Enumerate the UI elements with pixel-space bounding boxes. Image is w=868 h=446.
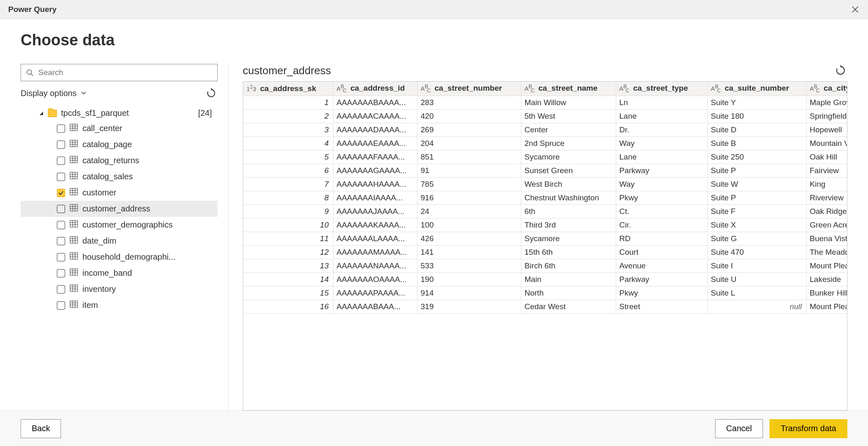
table-cell: 15 bbox=[243, 286, 333, 300]
checkbox[interactable] bbox=[57, 141, 65, 149]
checkbox[interactable] bbox=[57, 205, 65, 213]
checkbox[interactable] bbox=[57, 253, 65, 261]
table-row[interactable]: 5AAAAAAAFAAAA...851Sycamore LaneSuite 25… bbox=[243, 150, 847, 164]
refresh-preview-button[interactable] bbox=[834, 64, 847, 77]
table-cell: AAAAAAALAAAA... bbox=[333, 232, 417, 246]
tree-item-call_center[interactable]: call_center bbox=[21, 120, 218, 136]
cancel-button[interactable]: Cancel bbox=[715, 419, 763, 438]
data-grid[interactable]: 123 ca_address_skABC ca_address_idABC ca… bbox=[243, 81, 847, 411]
refresh-tree-button[interactable] bbox=[205, 87, 218, 99]
tree-item-item[interactable]: item bbox=[21, 297, 218, 313]
table-cell: AAAAAAADAAAA... bbox=[333, 123, 417, 137]
checkbox[interactable] bbox=[57, 269, 65, 277]
table-row[interactable]: 13AAAAAAANAAAA...533Birch 6thAvenueSuite… bbox=[243, 259, 847, 273]
table-cell: 914 bbox=[417, 286, 521, 300]
tree-item-label: catalog_sales bbox=[82, 172, 133, 181]
back-button[interactable]: Back bbox=[21, 419, 61, 438]
table-cell: West Birch bbox=[521, 178, 616, 191]
tree-item-date_dim[interactable]: date_dim bbox=[21, 233, 218, 249]
tree-item-label: catalog_page bbox=[82, 140, 132, 149]
checkbox[interactable] bbox=[57, 124, 65, 133]
table-cell: Suite G bbox=[707, 232, 806, 246]
tree-item-label: household_demographi... bbox=[82, 252, 176, 262]
column-header[interactable]: ABC ca_street_name bbox=[521, 82, 616, 96]
table-icon bbox=[69, 155, 78, 166]
table-cell: Main bbox=[521, 273, 616, 286]
tree-item-customer_address[interactable]: customer_address bbox=[21, 201, 218, 217]
column-header[interactable]: ABC ca_street_number bbox=[417, 82, 521, 96]
table-cell: Oak Hill bbox=[806, 150, 847, 164]
table-row[interactable]: 15AAAAAAAPAAAA...914NorthPkwySuite LBunk… bbox=[243, 286, 847, 300]
table-cell: Suite U bbox=[707, 273, 806, 286]
preview-panel: customer_address 123 ca_address_skABC ca… bbox=[229, 64, 847, 411]
search-box[interactable] bbox=[21, 64, 218, 81]
table-row[interactable]: 16AAAAAAABAAA...319Cedar WestStreetnullM… bbox=[243, 300, 847, 314]
table-row[interactable]: 12AAAAAAAMAAAA...14115th 6thCourtSuite 4… bbox=[243, 246, 847, 259]
tree-folder[interactable]: ◢ tpcds_sf1_parquet [24] bbox=[21, 106, 218, 120]
column-header[interactable]: ABC ca_address_id bbox=[333, 82, 417, 96]
expand-toggle-icon[interactable]: ◢ bbox=[40, 110, 43, 116]
close-button[interactable] bbox=[848, 2, 862, 16]
column-header[interactable]: ABC ca_city bbox=[806, 82, 847, 96]
column-header[interactable]: ABC ca_suite_number bbox=[707, 82, 806, 96]
table-icon bbox=[69, 219, 78, 230]
tree-item-catalog_sales[interactable]: catalog_sales bbox=[21, 169, 218, 185]
search-input[interactable] bbox=[38, 68, 212, 77]
table-cell: Mount Pleas bbox=[806, 300, 847, 314]
table-cell: Fairview bbox=[806, 164, 847, 178]
tree-item-income_band[interactable]: income_band bbox=[21, 265, 218, 281]
table-cell: 190 bbox=[417, 273, 521, 286]
table-cell: 2nd Spruce bbox=[521, 137, 616, 150]
table-cell: AAAAAAAOAAAA... bbox=[333, 273, 417, 286]
column-header[interactable]: ABC ca_street_type bbox=[616, 82, 707, 96]
table-cell: Court bbox=[616, 246, 707, 259]
checkbox[interactable] bbox=[57, 221, 65, 229]
table-row[interactable]: 10AAAAAAAKAAAA...100Third 3rdCir.Suite X… bbox=[243, 218, 847, 232]
display-options-dropdown[interactable]: Display options bbox=[21, 89, 87, 98]
table-cell: 24 bbox=[417, 205, 521, 218]
page-title: Choose data bbox=[21, 31, 847, 49]
table-row[interactable]: 3AAAAAAADAAAA...269CenterDr.Suite DHopew… bbox=[243, 123, 847, 137]
tree-item-household_demographi-[interactable]: household_demographi... bbox=[21, 249, 218, 265]
table-row[interactable]: 8AAAAAAAIAAAA...916Chestnut WashingtonPk… bbox=[243, 191, 847, 205]
table-cell: Suite W bbox=[707, 178, 806, 191]
tree-item-catalog_returns[interactable]: catalog_returns bbox=[21, 153, 218, 169]
table-cell: 16 bbox=[243, 300, 333, 314]
checkbox[interactable] bbox=[57, 285, 65, 293]
table-row[interactable]: 9AAAAAAAJAAAA...246thCt.Suite FOak Ridge bbox=[243, 205, 847, 218]
tree-item-inventory[interactable]: inventory bbox=[21, 281, 218, 297]
folder-count: [24] bbox=[198, 108, 212, 118]
tree-item-customer[interactable]: customer bbox=[21, 185, 218, 201]
tree-item-label: customer_demographics bbox=[82, 220, 173, 230]
table-cell: AAAAAAAGAAAA... bbox=[333, 164, 417, 178]
transform-data-button[interactable]: Transform data bbox=[769, 419, 847, 438]
table-cell: Oak Ridge bbox=[806, 205, 847, 218]
table-row[interactable]: 2AAAAAAACAAAA...4205th WestLaneSuite 180… bbox=[243, 110, 847, 123]
checkbox[interactable] bbox=[57, 189, 65, 197]
column-header[interactable]: 123 ca_address_sk bbox=[243, 82, 333, 96]
table-cell: 6th bbox=[521, 205, 616, 218]
preview-title: customer_address bbox=[243, 64, 331, 77]
table-cell: AAAAAAABAAA... bbox=[333, 300, 417, 314]
table-row[interactable]: 6AAAAAAAGAAAA...91Sunset GreenParkwaySui… bbox=[243, 164, 847, 178]
tree-item-catalog_page[interactable]: catalog_page bbox=[21, 136, 218, 153]
table-cell: 851 bbox=[417, 150, 521, 164]
tree-item-customer_demographics[interactable]: customer_demographics bbox=[21, 217, 218, 233]
table-cell: 11 bbox=[243, 232, 333, 246]
table-cell: AAAAAAABAAAA... bbox=[333, 96, 417, 110]
checkbox[interactable] bbox=[57, 301, 65, 310]
checkbox[interactable] bbox=[57, 157, 65, 165]
table-row[interactable]: 4AAAAAAAEAAAA...2042nd SpruceWaySuite BM… bbox=[243, 137, 847, 150]
object-tree[interactable]: ◢ tpcds_sf1_parquet [24] call_centercata… bbox=[21, 106, 218, 411]
table-row[interactable]: 1AAAAAAABAAAA...283Main WillowLnSuite YM… bbox=[243, 96, 847, 110]
checkbox[interactable] bbox=[57, 173, 65, 181]
table-icon bbox=[69, 187, 78, 198]
table-cell: 8 bbox=[243, 191, 333, 205]
checkbox[interactable] bbox=[57, 237, 65, 245]
table-cell: 13 bbox=[243, 259, 333, 273]
table-row[interactable]: 7AAAAAAAHAAAA...785West BirchWaySuite WK… bbox=[243, 178, 847, 191]
tree-item-label: customer bbox=[82, 188, 116, 197]
table-row[interactable]: 14AAAAAAAOAAAA...190MainParkwaySuite ULa… bbox=[243, 273, 847, 286]
tree-item-label: date_dim bbox=[82, 236, 116, 246]
table-row[interactable]: 11AAAAAAALAAAA...426Sycamore RDSuite GBu… bbox=[243, 232, 847, 246]
